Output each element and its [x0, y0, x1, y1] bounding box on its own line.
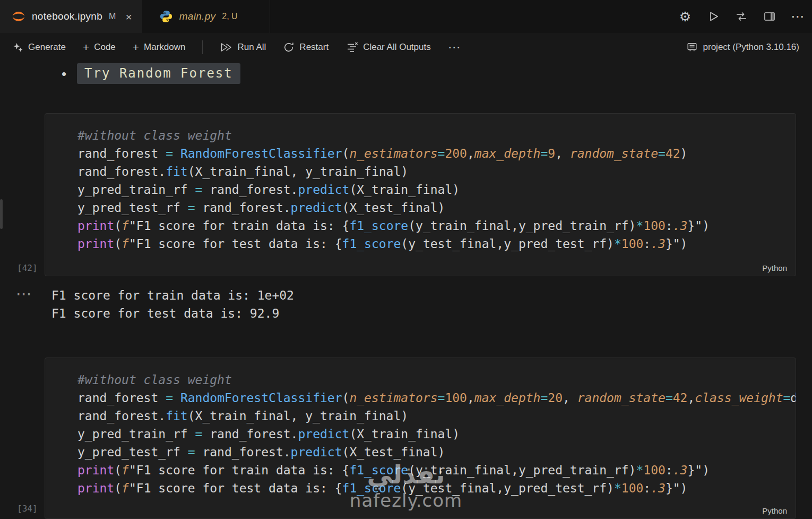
clear-all-icon: [345, 41, 358, 54]
code-token: rand_forest.: [77, 409, 166, 423]
code-line: rand_forest.fit(X_train_final, y_train_f…: [77, 407, 796, 425]
clear-all-outputs-button[interactable]: Clear All Outputs: [345, 41, 431, 54]
code-line: y_pred_train_rf = rand_forest.predict(X_…: [77, 425, 796, 443]
code-token: random_state: [570, 147, 658, 160]
code-token: (y_test_final,y_pred_test_rf): [401, 237, 614, 251]
code-token: :: [666, 219, 673, 233]
code-token: =: [188, 445, 195, 459]
code-token: =: [438, 391, 445, 405]
scroll-indicator[interactable]: [0, 199, 3, 229]
code-token: print: [77, 237, 114, 251]
markdown-label: Markdown: [144, 42, 185, 53]
code-token: #without class weight: [77, 129, 232, 142]
code-line: rand_forest = RandomForestClassifier(n_e…: [77, 144, 796, 163]
plus-icon: +: [133, 41, 139, 53]
code-token: ): [680, 147, 688, 160]
code-token: ,: [467, 391, 474, 405]
git-modified-badge: M: [109, 12, 116, 21]
code-token: ): [702, 463, 710, 477]
kernel-picker[interactable]: project (Python 3.10.16): [686, 41, 799, 53]
code-token: RandomForestClassifier: [180, 147, 342, 160]
code-token: RandomForestClassifier: [180, 391, 342, 405]
code-token: "F1 score for test data is:: [129, 481, 335, 495]
markdown-cell[interactable]: • Try Random Forest: [62, 63, 240, 84]
layout-panel-icon[interactable]: [763, 10, 776, 23]
code-token: =: [188, 201, 195, 215]
code-token: }: [666, 481, 673, 495]
code-token: rand_forest.: [202, 183, 298, 197]
code-token: 42: [666, 147, 680, 160]
compare-changes-icon[interactable]: [735, 10, 748, 23]
code-line: y_pred_train_rf = rand_forest.predict(X_…: [77, 181, 796, 199]
code-token: =: [658, 147, 666, 160]
code-token: =: [540, 147, 548, 160]
code-editor[interactable]: #without class weightrand_forest = Rando…: [77, 371, 796, 497]
code-line: print(f"F1 score for train data is: {f1_…: [77, 461, 796, 479]
code-token: *: [614, 481, 621, 495]
cell-language-picker[interactable]: Python: [762, 263, 787, 273]
code-token: ": [673, 481, 680, 495]
ellipsis-glyph: ⋯: [791, 8, 805, 24]
code-token: "F1 score for train data is:: [129, 219, 342, 233]
code-token: n_estimators: [349, 147, 437, 160]
code-token: f1_score: [342, 481, 401, 495]
cell-language-picker[interactable]: Python: [762, 506, 787, 515]
code-token: ": [695, 463, 702, 477]
code-token: fit: [166, 409, 188, 423]
gear-glyph: ⚙: [679, 9, 691, 24]
code-token: print: [77, 481, 114, 495]
code-token: f1_score: [349, 219, 408, 233]
settings-gear-icon[interactable]: ⚙: [678, 10, 692, 23]
tab-notebook-ipynb[interactable]: notebook.ipynb M ×: [0, 0, 142, 33]
more-actions-icon[interactable]: ⋯: [791, 10, 805, 23]
code-token: rand_forest.: [195, 445, 291, 459]
code-token: predict: [291, 201, 342, 215]
run-play-icon[interactable]: [706, 10, 720, 23]
code-token: *: [614, 237, 621, 251]
code-editor[interactable]: #without class weightrand_forest = Rando…: [77, 126, 796, 253]
code-token: rand_forest: [77, 147, 166, 160]
run-all-button[interactable]: Run All: [220, 41, 266, 54]
code-token: =: [195, 183, 203, 197]
code-token: =: [438, 147, 445, 160]
output-more-actions-icon[interactable]: ⋯: [16, 286, 32, 302]
restart-button[interactable]: Restart: [283, 41, 329, 53]
notebook-editor: • Try Random Forest #without class weigh…: [0, 61, 812, 519]
code-token: "F1 score for test data is:: [129, 237, 335, 251]
code-token: class_weight: [695, 391, 783, 405]
code-line: print(f"F1 score for test data is: {f1_s…: [77, 479, 796, 497]
tab-main-py[interactable]: main.py 2, U: [142, 0, 270, 33]
output-line: F1 score for train data is: 1e+02: [51, 286, 294, 304]
close-icon[interactable]: ×: [125, 11, 132, 22]
plus-icon: +: [83, 41, 89, 53]
notebook-toolbar: Generate + Code + Markdown Run All Resta…: [0, 33, 812, 61]
toolbar-more-icon[interactable]: ⋯: [448, 40, 461, 55]
code-token: y_pred_test_rf: [77, 445, 188, 459]
vscode-window: notebook.ipynb M × main.py 2, U ⚙: [0, 0, 812, 519]
code-token: =: [166, 147, 173, 160]
code-token: =: [783, 391, 790, 405]
output-line: F1 score for test data is: 92.9: [51, 304, 294, 322]
code-token: 200: [445, 147, 467, 160]
add-markdown-cell-button[interactable]: + Markdown: [133, 41, 186, 53]
run-all-icon: [220, 41, 232, 54]
code-cell-2[interactable]: #without class weightrand_forest = Rando…: [45, 358, 796, 519]
code-token: random_state: [577, 391, 666, 405]
code-token: 42: [673, 391, 688, 405]
code-cell-1[interactable]: #without class weightrand_forest = Rando…: [45, 113, 796, 276]
code-token: 100: [621, 237, 644, 251]
code-token: #without class weight: [77, 373, 232, 387]
code-token: [173, 147, 180, 160]
code-token: f1_score: [349, 463, 408, 477]
tab-title: main.py: [179, 11, 216, 22]
code-token: (X_train_final, y_train_final): [188, 165, 408, 178]
code-token: f: [122, 219, 129, 233]
code-token: ): [680, 237, 688, 251]
code-token: "F1 score for train data is:: [129, 463, 342, 477]
code-token: (y_train_final,y_pred_train_rf): [408, 219, 636, 233]
code-token: =: [540, 391, 548, 405]
add-code-cell-button[interactable]: + Code: [83, 41, 116, 53]
generate-button[interactable]: Generate: [13, 42, 66, 53]
code-token: .3: [673, 463, 688, 477]
code-token: (: [114, 463, 122, 477]
